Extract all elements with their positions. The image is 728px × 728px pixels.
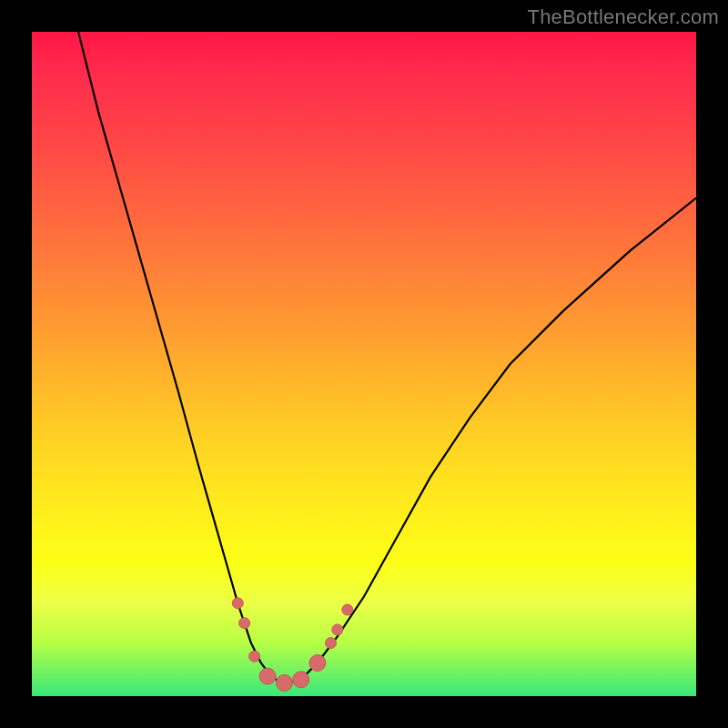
marker-point bbox=[309, 655, 326, 672]
marker-point bbox=[326, 638, 337, 649]
marker-point bbox=[276, 674, 292, 691]
bottleneck-curve bbox=[78, 32, 696, 682]
outer-frame: TheBottleneсker.com bbox=[0, 0, 728, 728]
marker-point bbox=[332, 624, 343, 635]
highlight-markers bbox=[232, 598, 352, 692]
watermark-text: TheBottleneсker.com bbox=[528, 5, 719, 29]
plot-area bbox=[32, 32, 696, 696]
marker-point bbox=[249, 651, 260, 662]
chart-svg bbox=[32, 32, 696, 696]
marker-point bbox=[259, 668, 276, 684]
marker-point bbox=[293, 672, 309, 688]
marker-point bbox=[232, 598, 243, 609]
marker-point bbox=[239, 618, 250, 629]
marker-point bbox=[342, 604, 353, 615]
